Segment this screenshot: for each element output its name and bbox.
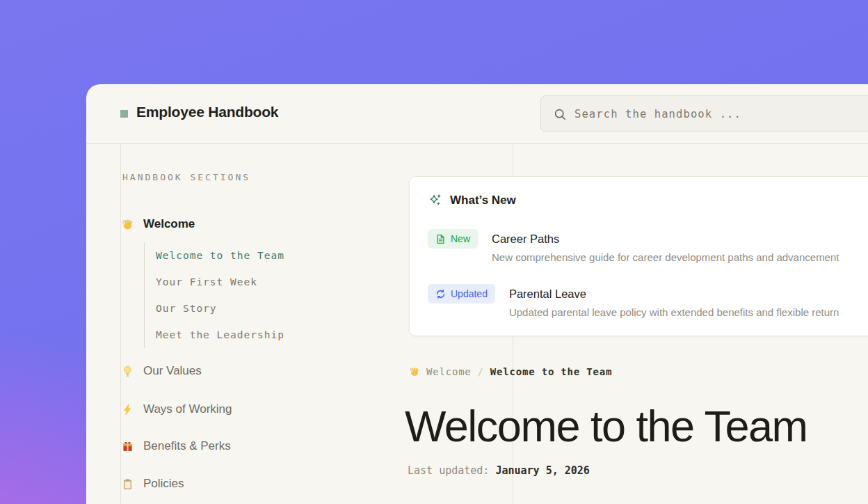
waving-hand-icon (121, 218, 134, 231)
refresh-icon (435, 289, 446, 299)
app-title: Employee Handbook (136, 104, 278, 120)
last-updated-label: Last updated: (408, 464, 489, 477)
whats-new-item[interactable]: New Career Paths New comprehensive guide… (428, 229, 868, 263)
search-input[interactable] (541, 96, 868, 132)
page-title: Welcome to the Team (405, 401, 807, 451)
last-updated-value: January 5, 2026 (495, 464, 589, 477)
whats-new-title: What’s New (450, 194, 516, 207)
breadcrumb-separator: / (478, 366, 484, 377)
sidebar-subitem-your-first-week[interactable]: Your First Week (145, 269, 284, 295)
whats-new-card: What’s New New Career Paths New comprehe… (409, 176, 868, 336)
last-updated-line: Last updated: January 5, 2026 (408, 464, 590, 477)
waving-hand-icon (409, 366, 420, 377)
sidebar-item-our-values[interactable]: Our Values (121, 363, 202, 379)
sidebar-item-label: Ways of Working (143, 402, 232, 416)
whats-new-header: What’s New (428, 193, 868, 207)
lightning-bolt-icon (121, 403, 134, 416)
breadcrumb: Welcome / Welcome to the Team (409, 366, 612, 377)
sidebar-item-welcome[interactable]: Welcome (121, 216, 195, 233)
sidebar-heading: HANDBOOK SECTIONS (122, 172, 250, 182)
sparkles-icon (428, 193, 442, 207)
sidebar-item-ways-of-working[interactable]: Ways of Working (121, 401, 232, 418)
sidebar-subitem-our-story[interactable]: Our Story (145, 295, 284, 322)
sidebar-item-label: Policies (143, 477, 184, 491)
whats-new-item-description: Updated parental leave policy with exten… (509, 306, 839, 318)
app-window: Employee Handbook HANDBOOK SECTIONS (86, 84, 868, 504)
sidebar-subitem-meet-the-leadership[interactable]: Meet the Leadership (145, 322, 284, 348)
new-badge: New (428, 229, 478, 249)
sidebar-item-label: Our Values (143, 364, 202, 378)
whats-new-item-title: Parental Leave (509, 284, 839, 304)
sidebar-subitem-welcome-to-the-team[interactable]: Welcome to the Team (145, 242, 284, 269)
search-icon (554, 108, 567, 121)
sidebar-item-policies[interactable]: Policies (121, 475, 184, 492)
sidebar-sublist-welcome: Welcome to the Team Your First Week Our … (144, 242, 284, 348)
gift-icon (121, 440, 134, 453)
breadcrumb-section[interactable]: Welcome (426, 366, 472, 377)
whats-new-item[interactable]: Updated Parental Leave Updated parental … (428, 284, 868, 318)
sidebar-item-benefits-perks[interactable]: Benefits & Perks (121, 438, 231, 455)
logo-square-icon (120, 110, 128, 118)
search-box[interactable] (540, 95, 868, 132)
lightbulb-icon (121, 365, 134, 378)
clipboard-icon (121, 478, 134, 491)
file-text-icon (435, 234, 446, 244)
app-header: Employee Handbook (86, 84, 868, 144)
sidebar-item-label: Welcome (143, 217, 195, 231)
updated-badge: Updated (428, 284, 495, 304)
sidebar-item-label: Benefits & Perks (143, 439, 231, 453)
whats-new-item-title: Career Paths (492, 229, 839, 249)
breadcrumb-page: Welcome to the Team (490, 366, 612, 377)
whats-new-item-description: New comprehensive guide for career devel… (492, 251, 839, 263)
